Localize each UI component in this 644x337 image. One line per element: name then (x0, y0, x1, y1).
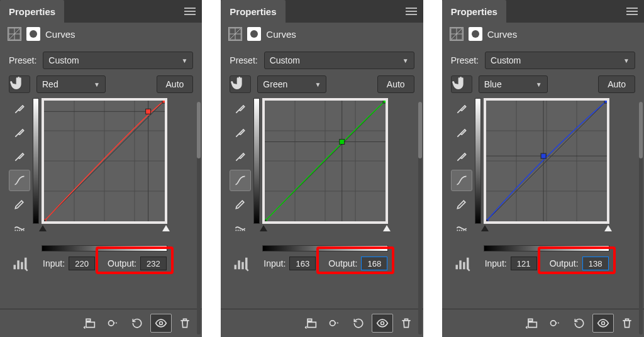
svg-point-35 (380, 322, 384, 325)
channel-select[interactable]: Blue ▼ (479, 75, 548, 93)
preset-select[interactable]: Custom ▼ (264, 52, 414, 69)
smooth-curve-tool[interactable] (9, 218, 30, 239)
input-value-field[interactable]: 220 (69, 257, 95, 270)
delete-adjustment-button[interactable] (396, 314, 417, 333)
input-value-field[interactable]: 121 (511, 257, 537, 270)
panel-scrollbar[interactable] (639, 102, 643, 334)
output-value-field[interactable]: 168 (361, 257, 387, 270)
histogram-icon[interactable] (232, 257, 250, 270)
black-point-slider[interactable] (481, 225, 489, 231)
panel-footer (221, 309, 423, 337)
clip-to-layer-button[interactable] (521, 314, 542, 333)
toggle-visibility-button[interactable] (592, 314, 614, 333)
svg-point-34 (330, 321, 335, 326)
svg-rect-31 (265, 219, 267, 221)
properties-panel: Properties Curves Preset: Custom ▼ Blue … (442, 0, 644, 337)
svg-point-17 (160, 322, 163, 325)
white-point-eyedropper[interactable] (230, 146, 251, 167)
toggle-visibility-button[interactable] (372, 314, 393, 333)
reset-button[interactable] (348, 314, 369, 333)
tab-properties[interactable]: Properties (442, 0, 506, 23)
curves-graph[interactable] (262, 98, 388, 224)
input-slider-track[interactable] (262, 225, 388, 235)
draw-curve-tool[interactable] (451, 194, 472, 215)
white-point-slider[interactable] (383, 225, 391, 231)
output-value-field[interactable]: 138 (582, 257, 609, 270)
targeted-adjust-button[interactable] (230, 75, 251, 93)
preset-value: Custom (48, 55, 79, 65)
panel-menu-icon[interactable] (184, 5, 198, 18)
black-point-eyedropper[interactable] (451, 98, 472, 119)
panel-menu-icon[interactable] (406, 5, 419, 18)
input-output-row: Input: 220 Output: 232 (9, 257, 193, 270)
input-label: Input: (264, 258, 286, 268)
white-point-slider[interactable] (604, 225, 612, 231)
black-point-slider[interactable] (260, 225, 267, 231)
input-slider-track[interactable] (484, 225, 609, 235)
curves-adjustment-icon[interactable] (8, 27, 21, 41)
auto-button[interactable]: Auto (598, 75, 635, 93)
view-previous-state-button[interactable] (103, 314, 124, 333)
reset-button[interactable] (569, 314, 590, 333)
curves-adjustment-icon[interactable] (228, 27, 242, 41)
white-point-slider[interactable] (162, 225, 170, 231)
smooth-curve-tool[interactable] (451, 218, 472, 239)
edit-points-tool[interactable] (451, 170, 472, 191)
white-point-eyedropper[interactable] (9, 146, 30, 167)
white-point-eyedropper[interactable] (451, 146, 472, 167)
preset-select[interactable]: Custom ▼ (43, 52, 193, 69)
targeted-adjust-button[interactable] (9, 75, 30, 93)
svg-point-52 (550, 321, 555, 326)
histogram-icon[interactable] (453, 257, 471, 270)
panel-menu-icon[interactable] (626, 5, 640, 18)
draw-curve-tool[interactable] (9, 194, 30, 215)
smooth-curve-tool[interactable] (230, 218, 251, 239)
layer-mask-icon[interactable] (469, 27, 482, 41)
output-value-field[interactable]: 232 (140, 257, 167, 270)
view-previous-state-button[interactable] (324, 314, 345, 333)
channel-select[interactable]: Green ▼ (257, 75, 326, 93)
output-label: Output: (108, 258, 136, 268)
curves-adjustment-icon[interactable] (450, 27, 464, 41)
channel-select[interactable]: Red ▼ (36, 75, 106, 93)
edit-points-tool[interactable] (230, 170, 251, 191)
input-label: Input: (43, 258, 65, 268)
svg-rect-51 (604, 101, 607, 103)
reset-button[interactable] (126, 314, 148, 333)
histogram-icon[interactable] (11, 257, 29, 270)
layer-mask-icon[interactable] (26, 27, 40, 41)
gray-point-eyedropper[interactable] (9, 122, 30, 143)
black-point-eyedropper[interactable] (230, 98, 251, 119)
layer-mask-icon[interactable] (247, 27, 261, 41)
edit-points-tool[interactable] (9, 170, 30, 191)
preset-select[interactable]: Custom ▼ (485, 52, 635, 69)
view-previous-state-button[interactable] (545, 314, 566, 333)
black-point-eyedropper[interactable] (9, 98, 30, 119)
black-point-slider[interactable] (39, 225, 47, 231)
input-slider-track[interactable] (42, 225, 167, 235)
properties-panel: Properties Curves Preset: Custom ▼ Green… (221, 0, 423, 337)
draw-curve-tool[interactable] (230, 194, 251, 215)
auto-button[interactable]: Auto (157, 75, 194, 93)
targeted-adjust-button[interactable] (451, 75, 472, 93)
input-value-field[interactable]: 163 (289, 257, 316, 270)
auto-button[interactable]: Auto (377, 75, 414, 93)
tab-properties[interactable]: Properties (221, 0, 285, 23)
clip-to-layer-button[interactable] (79, 314, 100, 333)
gray-point-eyedropper[interactable] (230, 122, 251, 143)
toggle-visibility-button[interactable] (150, 314, 172, 333)
adjustment-name: Curves (45, 29, 75, 40)
properties-panel: Properties Curves Preset: Custom ▼ Red ▼ (0, 0, 202, 337)
gray-point-eyedropper[interactable] (451, 122, 472, 143)
adjustment-header: Curves (442, 23, 644, 45)
panel-scrollbar[interactable] (418, 102, 422, 334)
tab-properties[interactable]: Properties (0, 0, 64, 23)
delete-adjustment-button[interactable] (174, 314, 196, 333)
curves-graph[interactable] (484, 98, 609, 224)
input-output-row: Input: 121 Output: 138 (451, 257, 635, 270)
curves-graph[interactable] (42, 98, 167, 224)
clip-to-layer-button[interactable] (300, 314, 321, 333)
panel-scrollbar[interactable] (197, 102, 201, 334)
chevron-down-icon: ▼ (623, 57, 630, 64)
delete-adjustment-button[interactable] (616, 314, 638, 333)
